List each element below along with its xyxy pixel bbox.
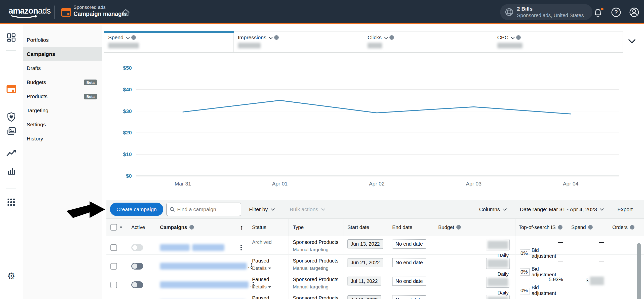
budget-value-redacted[interactable] — [486, 295, 510, 299]
end-date-value[interactable]: No end date — [392, 295, 426, 299]
collapse-chart-chevron-icon[interactable] — [627, 38, 636, 44]
status-text: Paused — [252, 258, 269, 264]
campaigns-card-icon[interactable] — [7, 85, 16, 93]
column-header-start-date[interactable]: Start date — [343, 219, 388, 236]
app-title-block: Sponsored ads Campaign manager — [73, 4, 127, 18]
table-vertical-scrollbar[interactable] — [637, 243, 641, 299]
sidebar-item-drafts[interactable]: Drafts — [23, 61, 102, 75]
info-icon[interactable] — [558, 225, 562, 230]
budget-value-redacted[interactable] — [486, 258, 510, 269]
row-actions-kebab-icon[interactable] — [240, 245, 242, 250]
start-date-value[interactable]: Jun 13, 2022 — [347, 239, 383, 249]
columns-dropdown[interactable]: Columns — [479, 206, 506, 212]
metric-card-spend[interactable]: Spend — [104, 31, 234, 52]
info-icon[interactable] — [389, 35, 394, 40]
chevron-down-icon[interactable] — [126, 35, 130, 39]
export-button[interactable]: Export — [617, 206, 633, 212]
svg-text:$30: $30 — [123, 108, 132, 114]
select-all-checkbox[interactable] — [110, 224, 117, 231]
settings-gear-icon[interactable]: ⚙ — [7, 271, 15, 281]
column-header-budget[interactable]: Budget — [434, 219, 515, 236]
end-date-value[interactable]: No end date — [392, 239, 426, 249]
beta-badge: Beta — [84, 94, 97, 99]
column-header-campaigns[interactable]: Campaigns↑ — [156, 219, 248, 236]
status-details-link[interactable]: Details — [252, 266, 289, 271]
reports-bar-chart-icon[interactable] — [7, 166, 16, 175]
insights-trend-icon[interactable] — [6, 148, 16, 157]
column-header-top-of-search[interactable]: Top-of-search IS — [515, 219, 567, 236]
budget-value-redacted[interactable] — [486, 277, 510, 288]
info-icon[interactable] — [456, 225, 461, 230]
account-avatar-icon[interactable] — [628, 7, 640, 18]
apps-grid-icon[interactable] — [7, 198, 16, 207]
chevron-down-icon[interactable] — [511, 35, 515, 39]
sidebar-item-targeting[interactable]: Targeting — [23, 103, 102, 118]
campaign-name-redacted[interactable] — [160, 281, 249, 288]
start-date-value[interactable]: Jul 11, 2022 — [347, 295, 381, 299]
select-menu-caret-icon[interactable] — [120, 227, 122, 228]
bulk-actions-dropdown[interactable]: Bulk actions — [290, 206, 324, 212]
campaigns-table: Active Campaigns↑ Status Type Start date… — [106, 218, 644, 299]
account-switcher[interactable]: 2 Bills Sponsored ads, United States — [500, 4, 592, 20]
brand-shield-icon[interactable] — [7, 112, 16, 122]
targeting-type: Manual targeting — [293, 247, 343, 252]
end-date-value[interactable]: No end date — [392, 258, 426, 267]
select-all-header[interactable] — [106, 219, 127, 236]
row-checkbox[interactable] — [110, 244, 117, 251]
amazon-ads-logo[interactable]: amazonads — [9, 6, 51, 16]
status-details-link[interactable]: Details — [252, 284, 289, 290]
status-text: Paused — [252, 295, 269, 299]
start-date-value[interactable]: Jul 11, 2022 — [347, 277, 381, 286]
row-checkbox[interactable] — [110, 263, 117, 270]
spend-value: — — [599, 258, 604, 264]
help-icon[interactable]: ? — [610, 7, 622, 18]
creative-assets-icon[interactable] — [7, 127, 16, 136]
campaign-toggle[interactable] — [131, 281, 143, 288]
svg-text:Apr 03: Apr 03 — [466, 181, 481, 186]
end-date-value[interactable]: No end date — [392, 277, 426, 286]
info-icon[interactable] — [131, 35, 136, 40]
chevron-down-icon[interactable] — [384, 35, 388, 39]
column-header-type[interactable]: Type — [289, 219, 343, 236]
sidebar-item-settings[interactable]: Settings — [23, 118, 102, 132]
campaign-toggle[interactable] — [131, 263, 143, 270]
row-checkbox[interactable] — [110, 282, 117, 288]
campaign-row: .. PausedDetails Sponsored ProductsManua… — [106, 273, 644, 292]
sidebar-item-portfolios[interactable]: Portfolios — [23, 33, 102, 47]
campaign-type: Sponsored Products — [293, 295, 343, 299]
notifications-bell-icon[interactable] — [592, 7, 605, 18]
column-header-status[interactable]: Status — [248, 219, 289, 236]
metric-card-impressions[interactable]: Impressions — [234, 31, 364, 52]
start-date-value[interactable]: Jun 21, 2022 — [347, 258, 383, 267]
info-icon[interactable] — [189, 225, 194, 230]
create-campaign-button[interactable]: Create campaign — [110, 203, 163, 216]
campaign-search[interactable] — [166, 203, 241, 216]
search-icon — [170, 206, 175, 212]
info-icon[interactable] — [630, 225, 634, 230]
search-input[interactable] — [177, 206, 238, 212]
column-header-active[interactable]: Active — [127, 219, 156, 236]
chevron-down-icon[interactable] — [269, 35, 273, 39]
sidebar-item-products[interactable]: ProductsBeta — [23, 89, 102, 103]
campaign-name-redacted[interactable] — [160, 263, 247, 270]
column-header-spend[interactable]: Spend — [567, 219, 608, 236]
filter-by-dropdown[interactable]: Filter by — [249, 206, 274, 212]
metric-card-cpc[interactable]: CPC — [493, 31, 623, 52]
info-icon[interactable] — [274, 35, 279, 40]
dashboard-icon[interactable] — [7, 33, 16, 42]
sidebar-item-campaigns[interactable]: Campaigns — [23, 47, 102, 61]
info-icon[interactable] — [588, 225, 593, 230]
date-range-dropdown[interactable]: Date range: Mar 31 - Apr 4, 2023 — [520, 206, 603, 212]
campaign-name-redacted[interactable] — [160, 244, 190, 251]
sidebar-item-history[interactable]: History — [23, 132, 102, 146]
budget-value-redacted[interactable] — [486, 239, 510, 250]
column-header-end-date[interactable]: End date — [388, 219, 434, 236]
column-header-orders[interactable]: Orders — [608, 219, 644, 236]
sort-ascending-icon[interactable]: ↑ — [240, 223, 244, 231]
campaign-toggle[interactable] — [131, 244, 143, 251]
sidebar-item-budgets[interactable]: BudgetsBeta — [23, 75, 102, 89]
metric-card-clicks[interactable]: Clicks — [363, 31, 493, 52]
info-icon[interactable] — [516, 35, 521, 40]
home-icon[interactable] — [121, 8, 131, 18]
campaign-name-redacted[interactable] — [192, 244, 224, 251]
